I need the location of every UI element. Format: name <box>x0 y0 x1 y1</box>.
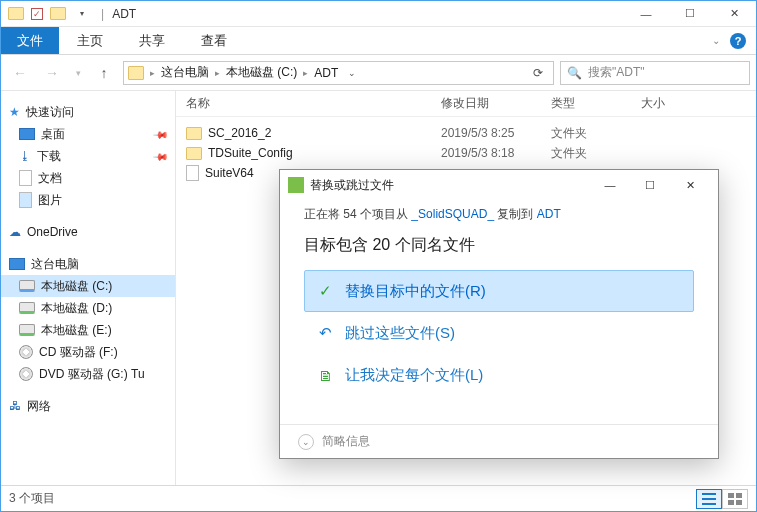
network-icon: 🖧 <box>9 399 21 413</box>
ribbon: 文件 主页 共享 查看 ⌄ ? <box>1 27 756 55</box>
sidebar-item-label: 图片 <box>38 192 62 209</box>
breadcrumb-seg-2[interactable]: ADT <box>310 66 342 80</box>
details-view-icon <box>702 493 716 505</box>
option-skip[interactable]: ↶ 跳过这些文件(S) <box>304 312 694 354</box>
breadcrumb-seg-0[interactable]: 这台电脑 <box>157 64 213 81</box>
qat-dropdown-icon[interactable]: ▾ <box>73 5 91 23</box>
replace-or-skip-dialog: 替换或跳过文件 ― ☐ ✕ 正在将 54 个项目从 _SolidSQUAD_ 复… <box>279 169 719 459</box>
option-label: 让我决定每个文件(L) <box>345 366 483 385</box>
breadcrumb-seg-1[interactable]: 本地磁盘 (C:) <box>222 64 301 81</box>
expand-details-icon[interactable]: ⌄ <box>298 434 314 450</box>
sidebar-cd-f[interactable]: CD 驱动器 (F:) <box>1 341 175 363</box>
search-placeholder: 搜索"ADT" <box>588 64 645 81</box>
desktop-icon <box>19 128 35 140</box>
close-button[interactable]: ✕ <box>712 1 756 27</box>
sidebar-disk-e[interactable]: 本地磁盘 (E:) <box>1 319 175 341</box>
pictures-icon <box>19 192 32 208</box>
progress-source-link[interactable]: _SolidSQUAD_ <box>411 207 494 221</box>
documents-icon <box>19 170 32 186</box>
option-decide[interactable]: 🗎 让我决定每个文件(L) <box>304 354 694 396</box>
list-item[interactable]: TDSuite_Config 2019/5/3 8:18 文件夹 <box>186 143 756 163</box>
help-icon[interactable]: ? <box>730 33 746 49</box>
svg-rect-5 <box>728 500 734 505</box>
back-button[interactable]: ← <box>7 61 33 85</box>
search-box[interactable]: 🔍 搜索"ADT" <box>560 61 750 85</box>
col-date[interactable]: 修改日期 <box>441 95 551 112</box>
ribbon-tab-share[interactable]: 共享 <box>121 27 183 54</box>
search-icon: 🔍 <box>567 66 582 80</box>
col-size[interactable]: 大小 <box>641 95 701 112</box>
option-label: 替换目标中的文件(R) <box>345 282 486 301</box>
star-icon: ★ <box>9 105 20 119</box>
sidebar-item-label: 本地磁盘 (D:) <box>41 300 112 317</box>
chevron-right-icon[interactable]: ▸ <box>303 68 308 78</box>
dialog-app-icon <box>288 177 304 193</box>
sidebar-dvd-g[interactable]: DVD 驱动器 (G:) Tu <box>1 363 175 385</box>
address-dropdown-icon[interactable]: ⌄ <box>344 68 360 78</box>
folder-icon <box>7 5 25 23</box>
maximize-button[interactable]: ☐ <box>668 1 712 27</box>
pc-icon <box>9 258 25 270</box>
sidebar-item-label: 下载 <box>37 148 61 165</box>
pin-icon: 📌 <box>153 148 169 164</box>
folder-icon <box>186 147 202 160</box>
dialog-maximize-button[interactable]: ☐ <box>630 172 670 198</box>
list-item[interactable]: SC_2016_2 2019/5/3 8:25 文件夹 <box>186 123 756 143</box>
refresh-icon[interactable]: ⟳ <box>527 66 549 80</box>
svg-rect-3 <box>728 493 734 498</box>
sidebar-pictures[interactable]: 图片 <box>1 189 175 211</box>
sidebar-network[interactable]: 🖧网络 <box>1 395 175 417</box>
item-name: TDSuite_Config <box>208 146 293 160</box>
address-bar[interactable]: ▸ 这台电脑 ▸ 本地磁盘 (C:) ▸ ADT ⌄ ⟳ <box>123 61 554 85</box>
sidebar-this-pc[interactable]: 这台电脑 <box>1 253 175 275</box>
view-details-button[interactable] <box>696 489 722 509</box>
dialog-close-button[interactable]: ✕ <box>670 172 710 198</box>
forward-button[interactable]: → <box>39 61 65 85</box>
status-bar: 3 个项目 <box>1 485 756 511</box>
compare-icon: 🗎 <box>315 367 335 384</box>
recent-locations-button[interactable]: ▾ <box>71 61 85 85</box>
ribbon-right: ⌄ ? <box>702 27 756 54</box>
chevron-right-icon[interactable]: ▸ <box>150 68 155 78</box>
minimize-button[interactable]: ― <box>624 1 668 27</box>
chevron-right-icon[interactable]: ▸ <box>215 68 220 78</box>
progress-dest-link[interactable]: ADT <box>537 207 561 221</box>
explorer-window: ✓ ▾ | ADT ― ☐ ✕ 文件 主页 共享 查看 ⌄ ? ← → ▾ ↑ … <box>0 0 757 512</box>
ribbon-tab-view[interactable]: 查看 <box>183 27 245 54</box>
ribbon-collapse-icon[interactable]: ⌄ <box>712 35 720 46</box>
sidebar-onedrive[interactable]: ☁OneDrive <box>1 221 175 243</box>
file-icon <box>186 165 199 181</box>
dialog-minimize-button[interactable]: ― <box>590 172 630 198</box>
properties-icon[interactable]: ✓ <box>31 8 43 20</box>
sidebar-item-label: CD 驱动器 (F:) <box>39 344 118 361</box>
svg-rect-0 <box>702 493 716 495</box>
view-icons-button[interactable] <box>722 489 748 509</box>
sidebar-item-label: 桌面 <box>41 126 65 143</box>
option-replace[interactable]: ✓ 替换目标中的文件(R) <box>304 270 694 312</box>
sidebar-quick-access[interactable]: ★ 快速访问 <box>1 101 175 123</box>
sidebar-downloads[interactable]: ⭳下载📌 <box>1 145 175 167</box>
item-name: SC_2016_2 <box>208 126 271 140</box>
sidebar-disk-d[interactable]: 本地磁盘 (D:) <box>1 297 175 319</box>
downloads-icon: ⭳ <box>19 149 31 163</box>
title-separator: | <box>97 7 108 21</box>
sidebar-item-label: 文档 <box>38 170 62 187</box>
dialog-body: 正在将 54 个项目从 _SolidSQUAD_ 复制到 ADT 目标包含 20… <box>280 200 718 424</box>
footer-label[interactable]: 简略信息 <box>322 433 370 450</box>
window-title: ADT <box>112 7 136 21</box>
ribbon-file-tab[interactable]: 文件 <box>1 27 59 54</box>
up-button[interactable]: ↑ <box>91 61 117 85</box>
pin-icon: 📌 <box>153 126 169 142</box>
progress-pre: 正在将 54 个项目从 <box>304 207 411 221</box>
col-name[interactable]: 名称 <box>186 95 441 112</box>
check-icon: ✓ <box>315 282 335 300</box>
col-type[interactable]: 类型 <box>551 95 641 112</box>
sidebar-desktop[interactable]: 桌面📌 <box>1 123 175 145</box>
item-date: 2019/5/3 8:25 <box>441 126 551 140</box>
sidebar-documents[interactable]: 文档 <box>1 167 175 189</box>
disk-icon <box>19 280 35 292</box>
sidebar-item-label: 本地磁盘 (E:) <box>41 322 112 339</box>
sidebar-disk-c[interactable]: 本地磁盘 (C:) <box>1 275 175 297</box>
ribbon-tab-home[interactable]: 主页 <box>59 27 121 54</box>
new-folder-icon[interactable] <box>49 5 67 23</box>
